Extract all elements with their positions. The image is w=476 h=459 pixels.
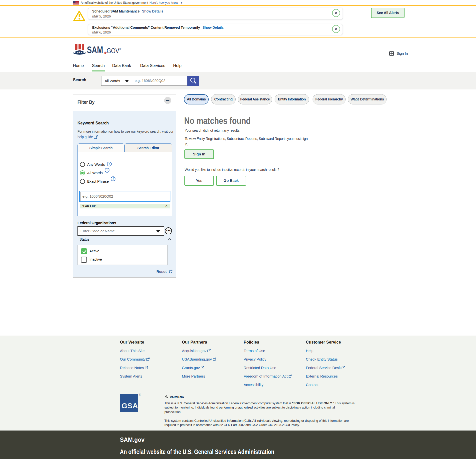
svg-text:★: ★ — [80, 51, 82, 54]
svg-text:GOV: GOV — [107, 46, 119, 55]
svg-text:SAM: SAM — [87, 44, 103, 55]
svg-text:®: ® — [119, 47, 121, 50]
